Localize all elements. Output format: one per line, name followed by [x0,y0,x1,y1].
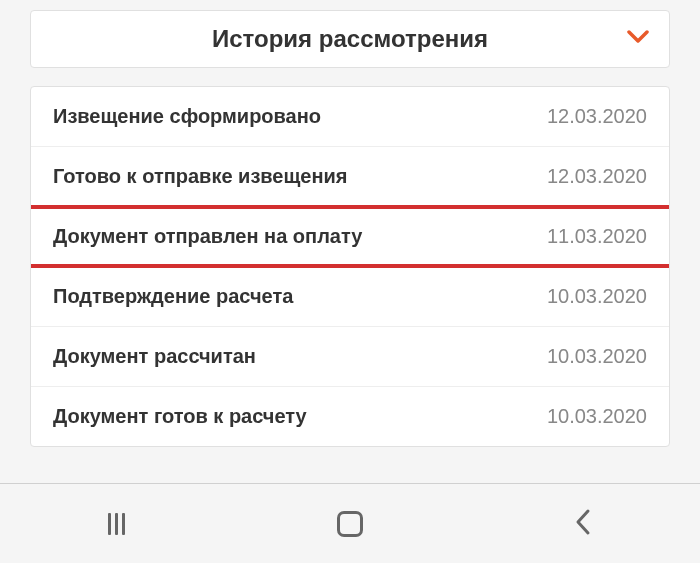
item-date: 11.03.2020 [547,225,647,248]
nav-bar [0,483,700,563]
nav-back-button[interactable] [553,494,613,554]
item-label: Подтверждение расчета [53,285,293,308]
item-date: 12.03.2020 [547,165,647,188]
item-label: Извещение сформировано [53,105,321,128]
item-label: Документ отправлен на оплату [53,225,362,248]
recent-icon [108,513,125,535]
history-list: Извещение сформировано 12.03.2020 Готово… [30,86,670,447]
item-label: Документ готов к расчету [53,405,307,428]
item-date: 12.03.2020 [547,105,647,128]
item-date: 10.03.2020 [547,285,647,308]
item-date: 10.03.2020 [547,405,647,428]
item-label: Документ рассчитан [53,345,256,368]
home-icon [337,511,363,537]
list-item[interactable]: Документ отправлен на оплату 11.03.2020 [31,207,669,267]
nav-home-button[interactable] [320,494,380,554]
nav-recent-button[interactable] [87,494,147,554]
item-label: Готово к отправке извещения [53,165,348,188]
list-item[interactable]: Подтверждение расчета 10.03.2020 [31,267,669,327]
item-date: 10.03.2020 [547,345,647,368]
back-icon [574,508,592,540]
list-item[interactable]: Извещение сформировано 12.03.2020 [31,87,669,147]
history-title: История рассмотрения [212,25,488,53]
history-header[interactable]: История рассмотрения [30,10,670,68]
list-item[interactable]: Документ рассчитан 10.03.2020 [31,327,669,387]
list-item[interactable]: Готово к отправке извещения 12.03.2020 [31,147,669,207]
list-item[interactable]: Документ готов к расчету 10.03.2020 [31,387,669,446]
chevron-down-icon [627,30,649,48]
